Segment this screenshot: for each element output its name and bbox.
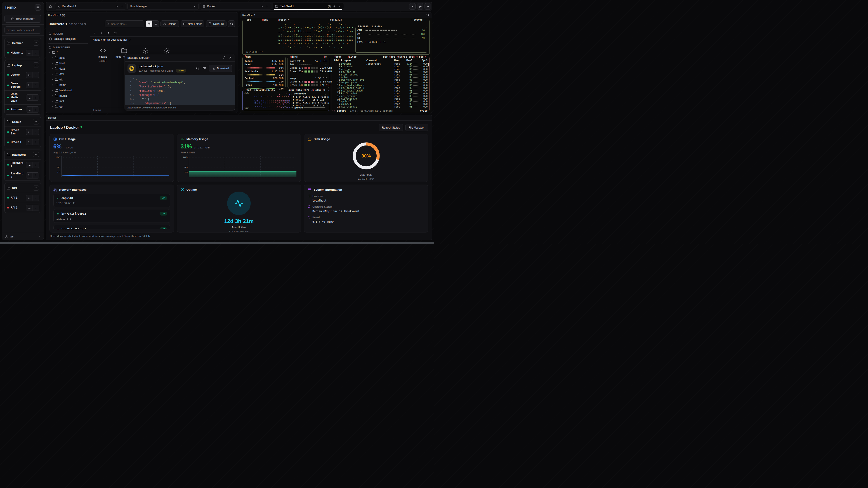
open-terminal-button[interactable] [26, 50, 33, 56]
window-scrollbar[interactable] [0, 242, 434, 244]
code-viewer[interactable]: 1⌄{2 "name": "termix-download-api",3 "lo… [125, 75, 235, 105]
net-modes[interactable]: sync auto zero <b eth0 n> [288, 89, 327, 92]
proc-table[interactable]: 1systemd/sbin/initroot9.2M0.02kthreaddro… [332, 63, 430, 108]
host-menu-button[interactable] [33, 72, 39, 78]
proc-row[interactable]: 4rcu_par_gproot0B0.0 [334, 71, 428, 73]
tab-racknerd-1-3[interactable]: RackNerd 1(2) [273, 3, 344, 10]
tab-host-manager-1[interactable]: Host Manager [127, 3, 199, 10]
group-collapse-button[interactable] [33, 152, 39, 157]
open-terminal-button[interactable] [26, 205, 33, 210]
tree-item-apps[interactable]: apps [48, 55, 88, 61]
recent-file-item[interactable]: package-lock.json [48, 36, 88, 42]
host-menu-button[interactable] [33, 95, 39, 100]
host-manager-button[interactable]: Host Manager [4, 15, 41, 23]
proc-row[interactable]: 15rcu_preemptroot0B0.0 [334, 95, 428, 98]
btop-terminal[interactable]: 1cpu menu preset * 03:31:25 ─ 2000ms + ⠀… [240, 18, 432, 113]
group-collapse-button[interactable] [33, 62, 39, 68]
host-item-hetzner-1[interactable]: Hetzner 1 [4, 48, 41, 58]
proc-row[interactable]: 20migration/1root0B0.0 [334, 105, 428, 108]
breadcrumb[interactable]: / apps / termix-download-api [90, 37, 238, 43]
proc-row[interactable]: 1systemd/sbin/initroot9.2M0.0 [334, 63, 428, 65]
nav-forward-button[interactable] [100, 31, 103, 35]
host-item-oracle-1[interactable]: Oracle 1 [4, 137, 41, 147]
download-button[interactable]: Download [209, 65, 232, 72]
host-menu-button[interactable] [33, 83, 39, 88]
tab-split-button[interactable] [333, 4, 336, 8]
tabs-expand-button[interactable] [425, 3, 431, 10]
open-terminal-button[interactable] [26, 162, 33, 168]
nav-refresh-button[interactable] [113, 31, 117, 35]
tab-split-button[interactable] [260, 4, 264, 8]
proc-row[interactable]: 13rcu_tasks_trace_root0B0.0 [334, 90, 428, 92]
tab-close-button[interactable] [193, 4, 196, 8]
proc-row[interactable]: 2kthreaddroot0B0.0 [334, 65, 428, 68]
sidebar-menu-button[interactable] [35, 4, 41, 11]
host-item-rpi-1[interactable]: RPI 1 [4, 193, 41, 203]
tab-close-button[interactable] [265, 4, 269, 8]
io-label[interactable]: io [323, 55, 327, 58]
grid-view-button[interactable] [146, 21, 152, 27]
cpu-interval[interactable]: ─ 2000ms + [410, 18, 426, 21]
cpu-preset-label[interactable]: preset * [277, 18, 290, 21]
open-terminal-button[interactable] [26, 72, 33, 78]
proc-row[interactable]: 12rcu_tasks_rude_kroot0B0.0 [334, 87, 428, 90]
host-menu-button[interactable] [33, 162, 39, 168]
open-terminal-button[interactable] [26, 95, 33, 100]
list-view-button[interactable] [152, 21, 159, 27]
tree-item-root[interactable]: / [48, 50, 88, 55]
modal-close-button[interactable] [228, 56, 232, 60]
new-folder-button[interactable]: New Folder [181, 20, 204, 27]
proc-row[interactable]: 8kworker/0:0H-everoot0B0.0 [334, 78, 428, 81]
sidebar-footer[interactable]: test [2, 233, 43, 240]
proc-scrollbar[interactable] [428, 63, 429, 66]
proc-filter-label[interactable]: filter [347, 55, 357, 58]
tab-split-button[interactable] [115, 4, 119, 8]
tree-item-opt[interactable]: opt [48, 104, 88, 109]
host-menu-button[interactable] [33, 139, 39, 145]
nav-back-button[interactable] [93, 31, 96, 35]
proc-row[interactable]: 14ksoftirqd/0root0B0.0 [334, 92, 428, 95]
github-link[interactable]: GitHub! [142, 235, 150, 237]
host-menu-button[interactable] [33, 205, 39, 210]
tree-item-data[interactable]: data [48, 66, 88, 71]
tab-racknerd-1-0[interactable]: RackNerd 1 [55, 3, 126, 10]
proc-row[interactable]: 5slub_flushwqroot0B0.0 [334, 73, 428, 76]
host-item-game-servers[interactable]: Game Servers [4, 80, 41, 90]
tree-item-etc[interactable]: etc [48, 77, 88, 82]
chevron-up-icon[interactable] [38, 235, 41, 238]
host-item-racknerd-2[interactable]: RackNerd 2 [4, 170, 41, 181]
tab-docker-2[interactable]: Docker [200, 3, 271, 10]
tree-item-boot[interactable]: boot [48, 61, 88, 66]
open-terminal-button[interactable] [26, 129, 33, 135]
host-menu-button[interactable] [33, 107, 39, 112]
open-terminal-button[interactable] [26, 83, 33, 88]
open-terminal-button[interactable] [26, 107, 33, 112]
open-terminal-button[interactable] [26, 195, 33, 201]
host-menu-button[interactable] [33, 195, 39, 201]
file-tile-index.js[interactable]: index.js4.3 KB [94, 46, 112, 62]
refresh-files-button[interactable] [228, 20, 235, 27]
group-header[interactable]: RPI [4, 183, 41, 193]
proc-row[interactable]: 10mm_percpu_wqroot0B0.0 [334, 81, 428, 84]
cpu-menu-label[interactable]: menu [261, 18, 269, 21]
modal-editor-button[interactable] [202, 66, 206, 70]
pencil-icon[interactable] [129, 38, 131, 41]
group-collapse-button[interactable] [33, 119, 39, 125]
host-menu-button[interactable] [33, 129, 39, 135]
open-terminal-button[interactable] [26, 173, 33, 178]
admin-tools-button[interactable] [417, 3, 423, 10]
group-collapse-button[interactable] [33, 185, 39, 191]
host-menu-button[interactable] [33, 173, 39, 178]
group-header[interactable]: RackNerd [4, 150, 41, 159]
host-item-oracle-sam[interactable]: Oracle Sam [4, 127, 41, 137]
refresh-status-button[interactable]: Refresh Status [379, 124, 403, 131]
proc-row[interactable]: 6netnsroot0B0.0 [334, 76, 428, 78]
search-files-input[interactable] [105, 20, 144, 27]
proc-row[interactable]: 11rcu_tasks_kthrearoot0B0.0 [334, 84, 428, 87]
host-item-rpi-2[interactable]: RPI 2 [4, 203, 41, 213]
tree-item-media[interactable]: media [48, 93, 88, 98]
docker-file-manager-button[interactable]: File Manager [405, 124, 428, 131]
host-item-docker[interactable]: Docker [4, 70, 41, 80]
host-item-open-media-vault[interactable]: Open Media Vault [4, 90, 41, 104]
group-collapse-button[interactable] [33, 40, 39, 46]
